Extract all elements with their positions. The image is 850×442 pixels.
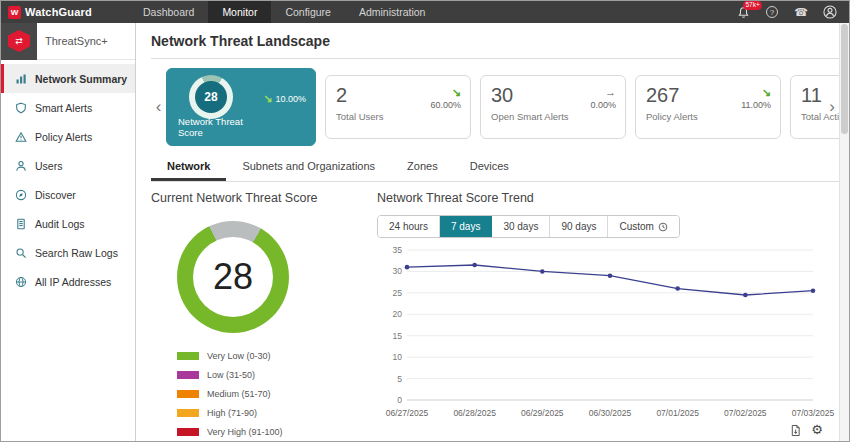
summary-card-network-threat-score[interactable]: 28 ↘ 10.00% Network Threat Score (166, 68, 316, 146)
svg-text:20: 20 (393, 309, 403, 319)
sidebar-item-smart-alerts[interactable]: Smart Alerts (1, 93, 135, 122)
current-score-panel: Current Network Threat Score 28 Very Low… (151, 191, 363, 441)
primary-nav: Dashboard Monitor Configure Administrati… (129, 1, 439, 23)
clock-icon (658, 222, 668, 232)
legend-swatch-very-high (177, 428, 199, 436)
trend-down-icon: ↘ (452, 87, 461, 98)
tab-bar: Network Subnets and Organizations Zones … (151, 152, 839, 182)
tab-zones[interactable]: Zones (391, 152, 454, 181)
settings-gear-icon[interactable]: ⚙ (811, 423, 823, 437)
legend-label: High (71-90) (207, 408, 257, 418)
svg-text:06/29/2025: 06/29/2025 (521, 408, 564, 418)
mini-threat-score-donut: 28 (189, 75, 233, 119)
svg-text:35: 35 (393, 245, 403, 255)
svg-text:5: 5 (397, 374, 402, 384)
vertical-scrollbar[interactable] (839, 23, 849, 441)
compass-icon (15, 189, 27, 201)
legend-item-low: Low (31-50) (177, 370, 363, 380)
sidebar-item-label: Discover (35, 189, 76, 201)
nav-configure[interactable]: Configure (271, 1, 345, 23)
legend-swatch-medium (177, 390, 199, 398)
legend-label: Very High (91-100) (207, 427, 283, 437)
nav-monitor[interactable]: Monitor (208, 1, 271, 23)
user-icon (15, 160, 27, 172)
footer-action-icons: ⚙ (790, 423, 823, 437)
svg-text:07/02/2025: 07/02/2025 (724, 408, 767, 418)
summary-card-policy-alerts[interactable]: 267 Policy Alerts ↘ 11.00% (635, 75, 781, 139)
mini-donut-value: 28 (204, 90, 217, 104)
export-report-icon[interactable] (790, 424, 801, 437)
gauge-score-value: 28 (213, 256, 253, 298)
sidebar-item-policy-alerts[interactable]: Policy Alerts (1, 122, 135, 151)
magnifier-icon (15, 247, 27, 259)
tab-subnets-and-organizations[interactable]: Subnets and Organizations (226, 152, 391, 181)
main-content: Network Threat Landscape ‹ 28 ↘ 10.00% N… (137, 23, 839, 441)
sidebar-item-search-raw-logs[interactable]: Search Raw Logs (1, 238, 135, 267)
globe-icon (15, 276, 27, 288)
gauge-title: Current Network Threat Score (151, 191, 363, 205)
range-custom-label: Custom (619, 221, 653, 232)
summary-cards-carousel: ‹ 28 ↘ 10.00% Network Threat Score 2 Tot… (151, 64, 839, 150)
watchguard-logo-icon: W (8, 6, 21, 19)
sidebar-item-network-summary[interactable]: Network Summary (1, 64, 135, 93)
card-delta: 11.00% (741, 100, 771, 110)
card-delta: 10.00% (275, 94, 306, 104)
nav-dashboard[interactable]: Dashboard (129, 1, 208, 23)
sidebar-item-label: Users (35, 160, 62, 172)
sidebar-item-discover[interactable]: Discover (1, 180, 135, 209)
legend-swatch-low (177, 371, 199, 379)
range-custom[interactable]: Custom (608, 216, 678, 237)
trend-down-icon: ↘ (263, 93, 272, 104)
legend-item-high: High (71-90) (177, 408, 363, 418)
threat-score-gauge: 28 (177, 221, 289, 333)
legend-item-very-high: Very High (91-100) (177, 427, 363, 437)
sidebar-item-users[interactable]: Users (1, 151, 135, 180)
tab-network[interactable]: Network (151, 152, 226, 181)
range-90-days[interactable]: 90 days (550, 216, 608, 237)
nav-administration[interactable]: Administration (345, 1, 440, 23)
svg-text:06/27/2025: 06/27/2025 (386, 408, 429, 418)
sidebar-product-header: ⇄ ThreatSync+ (1, 23, 135, 60)
page-title: Network Threat Landscape (151, 33, 839, 59)
range-7-days[interactable]: 7 days (440, 216, 492, 237)
threatsync-hexagon-icon: ⇄ (8, 30, 30, 52)
brand-name: WatchGuard (25, 6, 92, 18)
bar-chart-icon (15, 73, 27, 85)
summary-card-open-smart-alerts[interactable]: 30 Open Smart Alerts → 0.00% (480, 75, 626, 139)
sidebar-item-audit-logs[interactable]: Audit Logs (1, 209, 135, 238)
legend-swatch-high (177, 409, 199, 417)
support-phone-icon[interactable]: ☎ (794, 5, 808, 19)
sidebar-item-label: Smart Alerts (35, 102, 92, 114)
summary-card-total-users[interactable]: 2 Total Users ↘ 60.00% (325, 75, 471, 139)
card-label: Open Smart Alerts (491, 111, 577, 122)
sidebar-item-all-ip-addresses[interactable]: All IP Addresses (1, 267, 135, 296)
trend-down-icon: ↘ (762, 87, 771, 98)
scrollbar-thumb[interactable] (841, 24, 848, 134)
svg-text:07/01/2025: 07/01/2025 (656, 408, 699, 418)
product-name: ThreatSync+ (45, 35, 108, 47)
threat-score-trend-chart: 0510152025303506/27/202506/28/202506/29/… (377, 240, 839, 430)
watchguard-brand: W WatchGuard (1, 6, 129, 19)
sidebar: ⇄ ThreatSync+ Network Summary Smart Aler… (1, 23, 136, 441)
range-30-days[interactable]: 30 days (492, 216, 550, 237)
help-icon[interactable]: ? (765, 5, 779, 19)
svg-text:0: 0 (397, 395, 402, 405)
sidebar-item-label: Audit Logs (35, 218, 85, 230)
svg-text:25: 25 (393, 288, 403, 298)
trend-title: Network Threat Score Trend (377, 191, 839, 205)
carousel-right-chevron-icon[interactable]: › (826, 97, 838, 117)
sidebar-item-label: Search Raw Logs (35, 247, 118, 259)
document-icon (15, 218, 27, 230)
svg-text:15: 15 (393, 331, 403, 341)
carousel-left-chevron-icon[interactable]: ‹ (151, 97, 166, 117)
range-24-hours[interactable]: 24 hours (378, 216, 440, 237)
trend-flat-icon: → (605, 87, 616, 98)
time-range-selector: 24 hours 7 days 30 days 90 days Custom (377, 215, 680, 238)
shield-icon (15, 102, 27, 114)
card-label: Network Threat Score (178, 116, 270, 138)
sidebar-menu: Network Summary Smart Alerts Policy Aler… (1, 60, 135, 296)
tab-devices[interactable]: Devices (454, 152, 525, 181)
legend-item-medium: Medium (51-70) (177, 389, 363, 399)
account-user-icon[interactable] (823, 5, 837, 19)
notifications-bell-icon[interactable]: 57k+ (736, 5, 750, 19)
